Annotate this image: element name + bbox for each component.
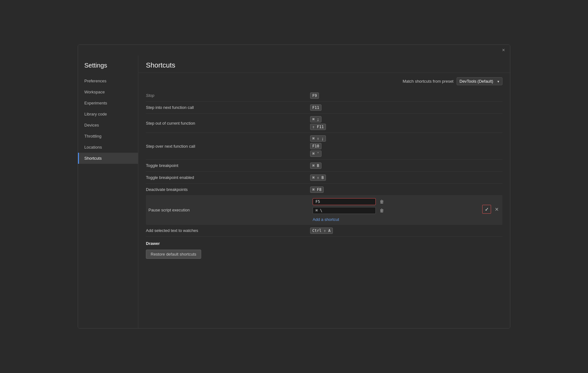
sidebar-item-experiments[interactable]: Experiments [78, 98, 138, 109]
key-badge: F10 [310, 143, 321, 149]
table-row: Step into next function call F11 [146, 102, 502, 114]
page-title: Shortcuts [146, 61, 175, 69]
shortcut-name: Stop [146, 93, 310, 98]
confirm-edit-button[interactable]: ✓ [482, 205, 491, 214]
key-badge: Ctrl ⇧ A [310, 228, 333, 234]
close-button[interactable]: × [500, 47, 507, 54]
sidebar-item-devices[interactable]: Devices [78, 120, 138, 131]
section-header-drawer: Drawer [146, 237, 502, 248]
shortcuts-list: Stop F9 Step into next function call F11 [138, 90, 510, 328]
table-row: Step out of current function ⌘ ; ⇧ F11 [146, 114, 502, 133]
settings-window: × Settings Preferences Workspace Experim… [78, 44, 510, 329]
main-header: Shortcuts [138, 56, 510, 73]
action-buttons: ✓ × [482, 205, 500, 214]
key-row: F9 [310, 92, 502, 99]
shortcut-input-1[interactable] [313, 198, 376, 205]
shortcut-name: Step out of current function [146, 121, 310, 126]
key-badge: ⌘ B [310, 163, 321, 169]
shortcut-keys: Ctrl ⇧ A [310, 228, 502, 234]
shortcut-keys: ⌘ F8 [310, 186, 502, 193]
sidebar-item-throttling[interactable]: Throttling [78, 131, 138, 142]
sidebar-item-locations[interactable]: Locations [78, 142, 138, 153]
shortcut-name: Pause script execution [148, 208, 313, 212]
key-badge: ⌘ ; [310, 116, 321, 122]
sidebar-title: Settings [78, 56, 138, 75]
key-badge: F11 [310, 104, 321, 111]
key-row: ⌘ F8 [310, 186, 502, 193]
table-row: Step over next function call ⌘ ⇧ ; F10 ⌘… [146, 133, 502, 160]
preset-select[interactable]: DevTools (Default) Visual Studio Code [457, 77, 502, 85]
key-row: F10 [310, 143, 502, 149]
add-shortcut-link[interactable]: Add a shortcut [313, 217, 385, 222]
shortcut-keys: ⌘ ⇧ B [310, 175, 502, 181]
shortcut-name: Toggle breakpoint enabled [146, 175, 310, 180]
delete-shortcut-1-button[interactable]: 🗑 [378, 198, 385, 205]
delete-shortcut-2-button[interactable]: 🗑 [378, 207, 385, 214]
input-group: 🗑 🗑 Add a shortcut [313, 198, 385, 222]
sidebar-item-shortcuts[interactable]: Shortcuts [78, 153, 138, 164]
key-badge: ⌘ ⇧ B [310, 175, 326, 181]
cancel-edit-button[interactable]: × [494, 205, 500, 214]
editing-row: Pause script execution 🗑 🗑 [146, 196, 502, 225]
key-badge: ⌘ F8 [310, 186, 324, 193]
shortcut-input-2[interactable] [313, 207, 376, 214]
content-area: Settings Preferences Workspace Experimen… [78, 56, 510, 328]
shortcut-keys: F11 [310, 104, 502, 111]
shortcut-name: Add selected text to watches [146, 228, 310, 233]
key-row: Ctrl ⇧ A [310, 228, 502, 234]
key-badge: F9 [310, 92, 319, 99]
preset-row: Match shortcuts from preset DevTools (De… [138, 73, 510, 90]
key-badge: ⌘ ' [310, 151, 321, 157]
title-bar: × [78, 45, 510, 56]
table-row: Add selected text to watches Ctrl ⇧ A [146, 225, 502, 237]
key-row: 🗑 [313, 198, 385, 205]
shortcut-name: Step into next function call [146, 105, 310, 110]
editing-section: 🗑 🗑 Add a shortcut ✓ × [313, 198, 500, 222]
key-row: ⌘ B [310, 163, 502, 169]
sidebar-item-library-code[interactable]: Library code [78, 109, 138, 120]
table-row: Toggle breakpoint ⌘ B [146, 160, 502, 172]
key-badge: ⌘ ⇧ ; [310, 135, 326, 142]
sidebar-item-workspace[interactable]: Workspace [78, 86, 138, 98]
table-row: Toggle breakpoint enabled ⌘ ⇧ B [146, 172, 502, 184]
shortcut-keys: ⌘ ⇧ ; F10 ⌘ ' [310, 135, 502, 157]
preset-label: Match shortcuts from preset [403, 79, 453, 84]
key-row: F11 [310, 104, 502, 111]
shortcut-name: Step over next function call [146, 144, 310, 149]
shortcut-keys: F9 [310, 92, 502, 99]
key-row: ⌘ ⇧ B [310, 175, 502, 181]
main-content: Shortcuts Match shortcuts from preset De… [138, 56, 510, 328]
sidebar: Settings Preferences Workspace Experimen… [78, 56, 138, 328]
table-row: Stop F9 [146, 90, 502, 102]
sidebar-item-preferences[interactable]: Preferences [78, 75, 138, 86]
restore-defaults-button[interactable]: Restore default shortcuts [146, 250, 201, 259]
key-badge: ⇧ F11 [310, 124, 326, 130]
shortcut-keys: ⌘ B [310, 163, 502, 169]
shortcut-name: Toggle breakpoint [146, 163, 310, 168]
editing-row-with-action: 🗑 🗑 Add a shortcut ✓ × [313, 198, 500, 222]
preset-select-wrapper: DevTools (Default) Visual Studio Code [457, 77, 502, 85]
key-row: ⌘ ⇧ ; [310, 135, 502, 142]
key-row: 🗑 [313, 207, 385, 214]
key-row: ⌘ ; [310, 116, 502, 122]
table-row: Deactivate breakpoints ⌘ F8 [146, 184, 502, 196]
shortcut-keys: ⌘ ; ⇧ F11 [310, 116, 502, 130]
shortcut-name: Deactivate breakpoints [146, 187, 310, 192]
key-row: ⌘ ' [310, 151, 502, 157]
key-row: ⇧ F11 [310, 124, 502, 130]
